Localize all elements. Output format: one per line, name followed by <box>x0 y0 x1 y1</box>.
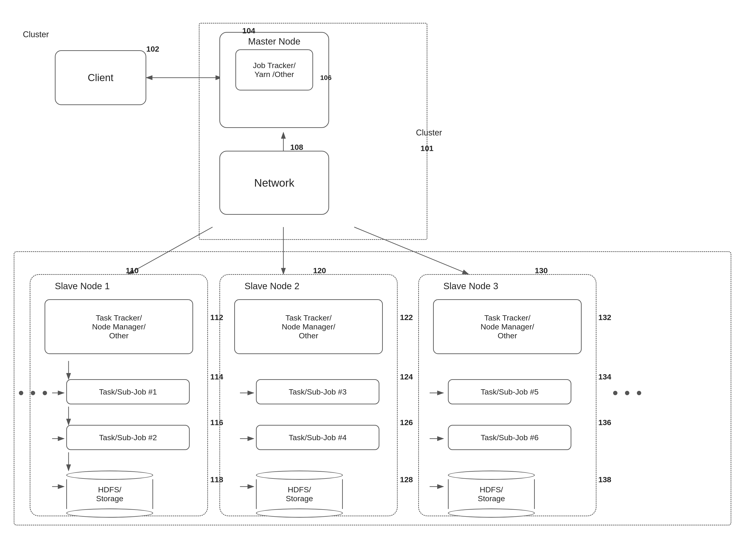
ref-108: 108 <box>290 143 303 152</box>
slave-node-1-label: Slave Node 1 <box>55 281 110 291</box>
master-node-box: Master Node Job Tracker/ Yarn /Other 106 <box>219 32 329 128</box>
ref-132: 132 <box>598 313 611 322</box>
slave-node-3-label: Slave Node 3 <box>443 281 498 291</box>
ref-134: 134 <box>598 372 611 381</box>
hdfs-3-cylinder: HDFS/ Storage <box>448 471 535 516</box>
diagram-container: Cluster Cluster 101 Client 102 Master No… <box>0 0 756 543</box>
ref-104: 104 <box>242 26 255 35</box>
task-sub-job-6-box: Task/Sub-Job #6 <box>448 425 571 450</box>
task-sub-job-2-box: Task/Sub-Job #2 <box>66 425 190 450</box>
dots-left: • • • <box>18 384 48 402</box>
ref-124: 124 <box>400 372 413 381</box>
ref-136: 136 <box>598 418 611 427</box>
ref-130: 130 <box>535 266 548 275</box>
ref-102: 102 <box>146 45 159 53</box>
ref-138: 138 <box>598 475 611 484</box>
ref-101: 101 <box>421 144 434 153</box>
master-node-label: Master Node <box>248 36 301 47</box>
job-tracker-box: Job Tracker/ Yarn /Other <box>235 49 313 91</box>
ref-126: 126 <box>400 418 413 427</box>
task-sub-job-4-box: Task/Sub-Job #4 <box>256 425 379 450</box>
task-tracker-1-box: Task Tracker/ Node Manager/ Other <box>45 299 193 354</box>
cluster-top-left-label: Cluster <box>23 30 49 39</box>
ref-128: 128 <box>400 475 413 484</box>
slave-node-2-label: Slave Node 2 <box>245 281 299 291</box>
client-box: Client <box>55 50 146 105</box>
network-box: Network <box>219 151 329 215</box>
ref-106: 106 <box>320 74 332 82</box>
task-sub-job-3-box: Task/Sub-Job #3 <box>256 379 379 404</box>
ref-120: 120 <box>313 266 326 275</box>
task-sub-job-5-box: Task/Sub-Job #5 <box>448 379 571 404</box>
ref-110: 110 <box>126 266 139 275</box>
task-tracker-2-box: Task Tracker/ Node Manager/ Other <box>234 299 383 354</box>
hdfs-2-cylinder: HDFS/ Storage <box>256 471 343 516</box>
task-tracker-3-box: Task Tracker/ Node Manager/ Other <box>433 299 582 354</box>
ref-122: 122 <box>400 313 413 322</box>
hdfs-1-cylinder: HDFS/ Storage <box>66 471 153 516</box>
task-sub-job-1-box: Task/Sub-Job #1 <box>66 379 190 404</box>
dots-right: • • • <box>612 384 643 402</box>
